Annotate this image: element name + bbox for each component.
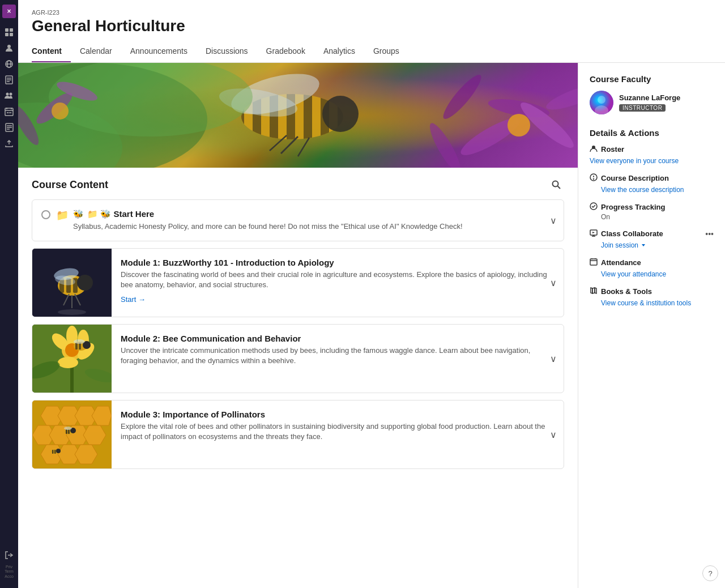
svg-point-31 bbox=[425, 120, 466, 168]
roster-link[interactable]: View everyone in your course bbox=[590, 157, 679, 165]
module-2-title: Module 2: Bee Communication and Behavior bbox=[121, 334, 555, 343]
course-tabs: Content Calendar Announcements Discussio… bbox=[32, 42, 711, 62]
faculty-avatar-svg bbox=[590, 91, 613, 114]
svg-rect-114 bbox=[590, 259, 597, 265]
svg-point-37 bbox=[322, 96, 359, 132]
content-area: Course Content 📁 🐝 📁 🐝 Start Here bbox=[18, 63, 725, 588]
svg-point-57 bbox=[77, 275, 93, 291]
svg-point-77 bbox=[74, 339, 85, 344]
content-search-button[interactable] bbox=[548, 177, 564, 193]
module-3-expand[interactable]: ∨ bbox=[550, 429, 557, 440]
svg-point-4 bbox=[7, 45, 11, 48]
svg-rect-18 bbox=[7, 112, 8, 113]
svg-point-63 bbox=[58, 309, 86, 315]
sidebar-close-button[interactable]: × bbox=[2, 5, 16, 18]
svg-point-100 bbox=[56, 449, 61, 453]
start-here-radio[interactable] bbox=[41, 210, 50, 219]
module-1-card: Module 1: BuzzWorthy 101 - Introduction … bbox=[32, 248, 564, 317]
books-tools-icon bbox=[590, 287, 598, 296]
left-panel: Course Content 📁 🐝 📁 🐝 Start Here bbox=[18, 63, 578, 588]
course-title: General Horticulture bbox=[32, 17, 711, 35]
course-content-section: Course Content 📁 🐝 📁 🐝 Start Here bbox=[18, 168, 578, 485]
class-collab-icon bbox=[590, 229, 598, 238]
sidebar-icon-document[interactable] bbox=[3, 74, 15, 86]
tab-groups[interactable]: Groups bbox=[364, 42, 408, 62]
svg-rect-2 bbox=[5, 33, 8, 36]
module-2-image-svg bbox=[32, 325, 112, 393]
module-2-card: Module 2: Bee Communication and Behavior… bbox=[32, 324, 564, 393]
class-collab-header: Class Collaborate ••• bbox=[590, 229, 714, 238]
course-description-link[interactable]: View the course description bbox=[601, 186, 684, 194]
svg-point-13 bbox=[10, 93, 12, 96]
sidebar-icon-people[interactable] bbox=[3, 90, 15, 102]
svg-rect-0 bbox=[5, 28, 8, 32]
start-here-title: 🐝 📁 🐝 Start Here bbox=[73, 209, 555, 219]
svg-rect-94 bbox=[68, 429, 70, 434]
progress-tracking-value: On bbox=[601, 213, 714, 221]
start-here-description: Syllabus, Academic Honesty Policy, and m… bbox=[73, 221, 555, 232]
sidebar: × Priv Term Acco bbox=[0, 0, 18, 588]
module-1-inner: Module 1: BuzzWorthy 101 - Introduction … bbox=[32, 249, 564, 317]
roster-icon bbox=[590, 144, 598, 154]
detail-books-tools: Books & Tools View course & institution … bbox=[590, 287, 714, 308]
svg-point-107 bbox=[594, 179, 594, 180]
svg-rect-1 bbox=[10, 28, 13, 32]
svg-line-42 bbox=[298, 138, 309, 156]
tab-discussions[interactable]: Discussions bbox=[197, 42, 257, 62]
module-2-expand[interactable]: ∨ bbox=[550, 353, 557, 364]
faculty-role: INSTRUCTOR bbox=[619, 104, 666, 112]
detail-course-description: Course Description View the course descr… bbox=[590, 173, 714, 194]
progress-icon bbox=[590, 202, 598, 212]
module-3-content: Module 3: Importance of Pollinators Expl… bbox=[112, 400, 564, 451]
detail-class-collaborate: Class Collaborate ••• Join session bbox=[590, 229, 714, 250]
module-1-start-link[interactable]: Start → bbox=[121, 295, 146, 304]
detail-attendance-title: Attendance bbox=[590, 258, 714, 267]
tab-gradebook[interactable]: Gradebook bbox=[257, 42, 314, 62]
module-1-description: Discover the fascinating world of bees a… bbox=[121, 270, 555, 290]
details-section: Details & Actions Roster View everyone i… bbox=[590, 128, 714, 308]
detail-progress-tracking: Progress Tracking On bbox=[590, 202, 714, 221]
tab-announcements[interactable]: Announcements bbox=[121, 42, 197, 62]
sidebar-icon-globe[interactable] bbox=[3, 58, 15, 70]
sidebar-icon-person[interactable] bbox=[3, 42, 15, 54]
module-2-description: Uncover the intricate communication meth… bbox=[121, 346, 555, 366]
module-1-image bbox=[32, 249, 112, 317]
sidebar-icon-dashboard[interactable] bbox=[3, 26, 15, 39]
help-button[interactable]: ? bbox=[702, 565, 718, 581]
main-content: AGR-I223 General Horticulture Content Ca… bbox=[18, 0, 725, 588]
module-2-content: Module 2: Bee Communication and Behavior… bbox=[112, 325, 564, 375]
sidebar-bottom: Priv Term Acco bbox=[3, 549, 15, 583]
svg-point-102 bbox=[598, 96, 605, 104]
start-here-text: 🐝 📁 🐝 Start Here Syllabus, Academic Hone… bbox=[73, 209, 555, 232]
tab-analytics[interactable]: Analytics bbox=[314, 42, 364, 62]
svg-rect-99 bbox=[54, 450, 56, 454]
sidebar-icon-logout[interactable] bbox=[3, 549, 15, 561]
tab-content[interactable]: Content bbox=[32, 42, 71, 62]
sidebar-icon-notes[interactable] bbox=[3, 121, 15, 134]
start-here-expand[interactable]: ∨ bbox=[550, 215, 557, 226]
sidebar-icon-calendar[interactable] bbox=[3, 105, 15, 118]
module-1-content: Module 1: BuzzWorthy 101 - Introduction … bbox=[112, 249, 564, 313]
tab-calendar[interactable]: Calendar bbox=[71, 42, 121, 62]
course-content-title: Course Content bbox=[32, 179, 108, 191]
svg-rect-20 bbox=[10, 112, 11, 113]
join-session-button[interactable]: Join session bbox=[601, 241, 646, 249]
svg-rect-74 bbox=[75, 343, 78, 350]
module-2-image bbox=[32, 325, 112, 393]
class-collab-more-button[interactable]: ••• bbox=[705, 229, 714, 238]
start-here-card: 📁 🐝 📁 🐝 Start Here Syllabus, Academic Ho… bbox=[32, 199, 564, 241]
attendance-link[interactable]: View your attendance bbox=[601, 270, 666, 278]
sidebar-icon-upload[interactable] bbox=[3, 137, 15, 150]
module-1-expand[interactable]: ∨ bbox=[550, 278, 557, 288]
module-3-card: Module 3: Importance of Pollinators Expl… bbox=[32, 400, 564, 469]
books-tools-link[interactable]: View course & institution tools bbox=[601, 299, 691, 307]
faculty-info: Suzanne LaForge INSTRUCTOR bbox=[619, 93, 680, 112]
right-panel: Course Faculty bbox=[578, 63, 725, 588]
course-desc-icon bbox=[590, 173, 598, 183]
svg-rect-93 bbox=[66, 429, 67, 434]
detail-course-desc-title: Course Description bbox=[590, 173, 714, 183]
svg-point-96 bbox=[64, 427, 72, 430]
folder-icon: 📁 bbox=[56, 209, 69, 221]
svg-point-12 bbox=[6, 93, 9, 96]
section-header: Course Content bbox=[32, 177, 564, 193]
